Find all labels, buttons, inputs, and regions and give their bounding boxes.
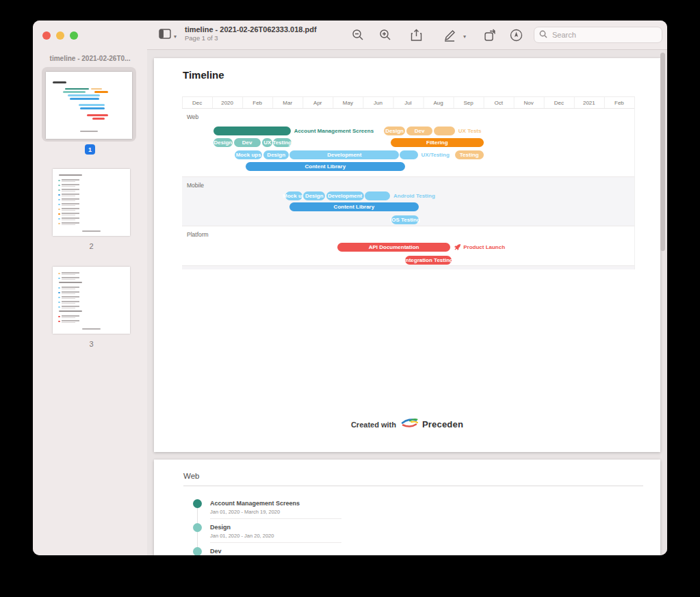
gantt-row: Integration Testing <box>182 256 634 265</box>
gantt-row: Mock upsDesignDevelopmentUX/TestingTesti… <box>182 150 634 159</box>
gantt-bar: Content Library <box>289 202 419 211</box>
thumbnail-preview-footer <box>82 230 101 232</box>
page-2-thumbnail[interactable] <box>53 169 130 236</box>
document-view: Timeline Dec2020FebMarAprMayJunJulAugSep… <box>147 50 667 555</box>
thumbnail-preview-row <box>58 198 125 201</box>
search-field[interactable] <box>534 27 662 43</box>
thumbnail-preview-row <box>58 301 125 304</box>
event-title: Account Management Screens <box>210 500 300 507</box>
gantt-section-mobile: MobileMock upDesignDevelopmentAndroid Te… <box>182 177 634 226</box>
thumbnail-preview-row <box>58 222 125 225</box>
zoom-in-button[interactable] <box>379 29 391 41</box>
thumbnail-preview-row <box>58 296 125 299</box>
page-3-label: 3 <box>53 340 130 348</box>
month-label: Sep <box>454 97 484 108</box>
gantt-bar: Design <box>263 150 289 159</box>
gantt-bar: Dev <box>406 127 432 135</box>
month-label: Feb <box>242 97 272 108</box>
zoom-button[interactable] <box>70 31 78 40</box>
gantt-section-web: WebAccount Management ScreensDesignDevUX… <box>182 109 634 177</box>
bar-trailing-label: UX/Testing <box>422 150 450 159</box>
month-label: Jun <box>363 97 393 108</box>
month-label: Jul <box>393 97 423 108</box>
preceden-logo-icon <box>400 417 418 432</box>
sidebar-document-name: timeline - 2021-02-26T0... <box>33 55 147 62</box>
sidebar-toggle-button[interactable] <box>159 29 171 39</box>
month-label: Aug <box>424 97 454 108</box>
month-label: 2020 <box>212 97 242 108</box>
preceden-wordmark: Preceden <box>422 419 463 429</box>
bar-trailing-label: UX Tests <box>458 127 482 135</box>
gantt-bar: Filtering <box>391 138 484 147</box>
thumbnail-preview-row <box>58 179 125 182</box>
thumbnail-preview-bar <box>80 131 97 132</box>
rotate-button[interactable] <box>484 29 497 42</box>
thumbnail-preview-heading <box>59 310 82 312</box>
gantt-row: iOS Testing <box>182 215 634 224</box>
month-label: 2021 <box>574 97 604 108</box>
month-label: Feb <box>604 97 634 108</box>
page-1-thumbnail[interactable] <box>46 72 132 139</box>
event-dot <box>193 499 202 508</box>
thumbnail-preview-row <box>58 203 125 206</box>
gantt-bar: Testing <box>273 138 291 147</box>
thumbnail-preview-bar <box>65 88 89 90</box>
thumbnail-preview-row <box>58 189 125 191</box>
thumbnail-preview-row <box>58 291 125 294</box>
thumbnail-preview-row <box>58 306 125 308</box>
pdf-page-2: Web Account Management ScreensJan 01, 20… <box>154 460 660 555</box>
bar-trailing-label: Product Launch <box>454 243 505 252</box>
section-label: Mobile <box>187 182 204 189</box>
page-1-badge: 1 <box>85 144 95 155</box>
window-controls <box>42 31 78 40</box>
thumbnail-preview-bar <box>92 118 105 120</box>
gantt-bar: Design <box>384 127 405 135</box>
page-3-thumbnail[interactable] <box>53 267 130 334</box>
event-dot <box>193 547 202 555</box>
thumbnail-preview-bar <box>70 98 99 100</box>
gantt-bar: Integration Testing <box>405 256 452 265</box>
gantt-bar: Design <box>213 138 232 147</box>
list-item: Dev <box>154 543 660 555</box>
thumbnail-preview-row <box>58 194 125 196</box>
bar-trailing-label: Android Testing <box>393 191 435 200</box>
thumbnail-preview-row <box>58 315 125 318</box>
share-button[interactable] <box>411 29 422 42</box>
search-input[interactable] <box>551 30 640 40</box>
sidebar-toggle-chevron-icon[interactable]: ▾ <box>174 34 177 40</box>
minimize-button[interactable] <box>56 31 64 40</box>
markup-chevron-icon[interactable]: ▾ <box>463 34 466 40</box>
document-title: timeline - 2021-02-26T062333.018.pdf <box>185 25 317 34</box>
gantt-bar <box>213 127 290 135</box>
annotate-button[interactable] <box>510 29 523 42</box>
thumbnail-preview-row <box>58 217 125 220</box>
thumbnail-preview-row <box>58 277 125 280</box>
page-2-label: 2 <box>53 242 130 250</box>
gantt-bar: Design <box>303 191 325 200</box>
thumbnail-preview-bar <box>91 88 102 90</box>
gantt-bar: Testing <box>455 150 484 159</box>
section-rule <box>183 486 643 486</box>
document-title-block: timeline - 2021-02-26T062333.018.pdf Pag… <box>185 25 317 42</box>
gantt-bar: UX <box>262 138 272 147</box>
gantt-section-platform: PlatformAPI DocumentationProduct LaunchI… <box>182 226 634 266</box>
event-dates: Jan 01, 2020 - March 19, 2020 <box>210 509 280 515</box>
event-list: Account Management ScreensJan 01, 2020 -… <box>154 495 660 555</box>
markup-pencil-button[interactable] <box>443 29 456 42</box>
gantt-bar: Mock up <box>285 191 303 200</box>
thumbnail-preview-row <box>58 320 125 323</box>
event-title: Dev <box>210 548 222 555</box>
main-area: ▾ timeline - 2021-02-26T062333.018.pdf P… <box>147 21 667 555</box>
month-label: Dec <box>182 97 212 108</box>
list-item: DesignJan 01, 2020 - Jan 20, 2020 <box>154 519 660 543</box>
month-label: Apr <box>302 97 333 108</box>
gantt-row: Account Management ScreensDesignDevUX Te… <box>182 127 634 135</box>
thumbnail-preview-footer <box>82 328 101 330</box>
zoom-out-button[interactable] <box>352 29 364 41</box>
vertical-scrollbar[interactable] <box>660 53 665 251</box>
gantt-bar <box>365 191 390 200</box>
preview-window: timeline - 2021-02-26T0... 1 2 3 ▾ timel… <box>33 21 667 555</box>
close-button[interactable] <box>42 31 51 40</box>
thumbnail-preview-bar <box>53 81 66 83</box>
gantt-bar: iOS Testing <box>391 215 419 224</box>
